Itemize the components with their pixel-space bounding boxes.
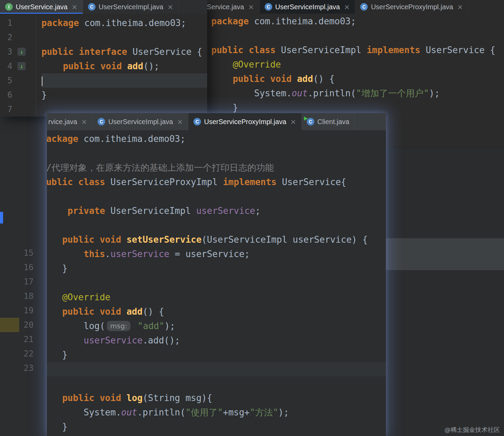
tab-close-icon[interactable]: × — [81, 118, 87, 125]
code-token: System. — [211, 88, 292, 98]
code-line: } — [47, 420, 386, 434]
tab-close-icon[interactable]: × — [248, 3, 254, 10]
line-number: 5 — [0, 73, 12, 88]
editor[interactable]: 123↓4↓567 package com.itheima.demo03;pub… — [0, 16, 207, 117]
tab-userserviceimpl-java[interactable]: CUserServiceImpl.java× — [92, 113, 188, 130]
background-editor-panel: 151617181920212223 — [0, 117, 47, 436]
tab-userserviceproxyimpl-java[interactable]: CUserServiceProxyImpl.java× — [355, 0, 468, 14]
code-token: UserServiceProxyImpl — [105, 177, 223, 187]
code-line: package com.itheima.demo03; — [47, 132, 386, 146]
background-line-number: 18 — [0, 289, 34, 303]
background-line-number: 16 — [0, 260, 34, 275]
code-token: UserService { — [127, 47, 202, 57]
code-token — [211, 74, 233, 84]
class-file-icon: C — [193, 118, 201, 125]
implemented-marker-icon[interactable]: ↓ — [17, 48, 26, 56]
code-token: (); — [143, 61, 159, 71]
tab-close-icon[interactable]: × — [290, 118, 296, 125]
code-token: public interface — [41, 47, 127, 57]
code-token: "方法" — [250, 407, 278, 417]
tab-label: UserServiceImpl.java — [275, 3, 340, 11]
tab-client-java[interactable]: CClient.java — [302, 113, 355, 130]
tab-close-icon[interactable]: × — [457, 3, 463, 10]
code-token: (UserServiceImpl userService) { — [202, 234, 368, 245]
code-token: public class — [211, 45, 276, 55]
window-content: rvice.java×CUserServiceImpl.java×CUserSe… — [47, 113, 386, 436]
code-token: @Override — [62, 292, 111, 302]
code-line: @Override — [47, 290, 386, 304]
code-token: implements — [367, 45, 420, 55]
class-file-icon: C — [360, 3, 368, 11]
code-token — [47, 306, 62, 317]
code-token: UserServiceImpl — [276, 45, 367, 55]
gutter-line: 3↓ — [0, 45, 36, 59]
tab-service-java[interactable]: Service.java× — [205, 0, 260, 14]
code-token: ); — [278, 407, 289, 417]
tab-userserviceimpl-java[interactable]: CUserServiceImpl.java× — [260, 0, 355, 14]
code-token: ); — [164, 321, 175, 331]
tab-bar: Service.java×CUserServiceImpl.java×CUser… — [205, 0, 504, 14]
tab-userserviceproxyimpl-java[interactable]: CUserServiceProxyImpl.java× — [188, 113, 302, 130]
code-token: implements — [223, 177, 277, 187]
code-token — [47, 292, 62, 302]
implemented-marker-icon[interactable]: ↓ — [17, 62, 26, 70]
code-line: } — [47, 261, 386, 276]
code-token: = userService; — [169, 249, 250, 259]
code-token: add — [126, 306, 142, 317]
code-line: @Override — [211, 57, 504, 72]
code-line — [47, 362, 386, 376]
editor-window-userserviceproxyimpl: rvice.java×CUserServiceImpl.java×CUserSe… — [47, 113, 386, 436]
code-line: log(msg: "add"); — [47, 319, 386, 333]
code-token — [132, 321, 138, 331]
tab-rvice-java[interactable]: rvice.java× — [47, 113, 92, 130]
code-line: } — [41, 88, 207, 102]
code-token: out — [292, 88, 308, 98]
tab-close-icon[interactable]: × — [177, 118, 183, 125]
code-token: +msg+ — [223, 407, 250, 417]
code-line: System.out.println("使用了"+msg+"方法"); — [47, 405, 386, 420]
tab-close-icon[interactable]: × — [72, 3, 77, 10]
editor[interactable]: package com.itheima.demo03;//代理对象，在原来方法的… — [47, 130, 386, 434]
code-token: @Override — [233, 59, 281, 70]
code-token: UserServiceImpl — [105, 206, 196, 216]
editor[interactable]: package com.itheima.demo03;public class … — [205, 14, 504, 115]
code-token: (String msg){ — [142, 393, 212, 403]
code-token: add — [127, 61, 143, 71]
code-area[interactable]: package com.itheima.demo03;public class … — [205, 14, 504, 115]
code-token: add — [297, 74, 313, 84]
code-line — [47, 189, 386, 204]
gutter-line: 4↓ — [0, 59, 36, 73]
code-area[interactable]: package com.itheima.demo03;//代理对象，在原来方法的… — [47, 132, 386, 434]
code-token: } — [47, 422, 67, 432]
line-number: 2 — [0, 30, 12, 45]
tab-close-icon[interactable]: × — [344, 3, 350, 10]
class-file-icon: C — [307, 118, 314, 125]
code-line — [47, 376, 386, 391]
code-area[interactable]: package com.itheima.demo03;public interf… — [36, 16, 207, 117]
code-line: public void log(String msg){ — [47, 391, 386, 405]
gutter-line: 6 — [0, 88, 36, 102]
code-token: private — [67, 206, 105, 216]
code-token — [47, 249, 84, 259]
tab-userserviceimpl-java[interactable]: CUserServiceImpl.java× — [83, 0, 179, 14]
code-token: com.itheima.demo03; — [249, 16, 356, 26]
code-line: public interface UserService { — [41, 45, 207, 59]
code-token — [47, 335, 84, 346]
class-file-icon: C — [88, 3, 96, 11]
line-number: 7 — [0, 102, 12, 117]
tab-close-icon[interactable]: × — [167, 3, 173, 10]
code-line: public void add() { — [211, 72, 504, 86]
tab-userservice-java[interactable]: IUserService.java× — [0, 0, 83, 14]
selection-indicator — [0, 212, 3, 223]
background-line-number: 21 — [0, 332, 34, 347]
code-token: //代理对象，在原来方法的基础上添加一个打印日志的功能 — [47, 162, 274, 173]
code-token: } — [47, 263, 67, 274]
code-line: //代理对象，在原来方法的基础上添加一个打印日志的功能 — [47, 160, 386, 175]
code-line — [47, 276, 386, 290]
editor-window-userservice: IUserService.java×CUserServiceImpl.java×… — [0, 0, 207, 117]
code-token: () { — [142, 306, 164, 317]
tab-label: UserServiceProxyImpl.java — [371, 3, 453, 11]
code-token: userService — [196, 206, 255, 216]
code-token: . — [105, 249, 111, 259]
code-token: userService — [84, 335, 142, 346]
